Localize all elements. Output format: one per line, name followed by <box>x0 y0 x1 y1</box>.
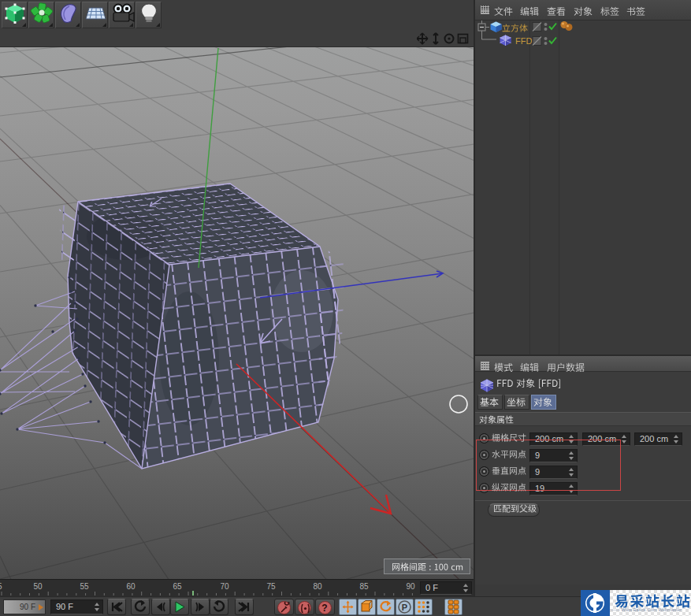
svg-text:60: 60 <box>126 582 136 591</box>
svg-text:45: 45 <box>0 582 2 591</box>
svg-text:75: 75 <box>266 582 276 591</box>
svg-text:90: 90 <box>406 582 415 591</box>
svg-text:85: 85 <box>359 582 369 591</box>
svg-text:FFD: FFD <box>515 36 532 46</box>
svg-text:65: 65 <box>173 582 182 591</box>
svg-text:55: 55 <box>80 582 89 591</box>
svg-text:P: P <box>402 603 407 612</box>
svg-text:80: 80 <box>313 582 322 591</box>
svg-text:50: 50 <box>33 582 43 591</box>
svg-text:70: 70 <box>220 582 229 591</box>
